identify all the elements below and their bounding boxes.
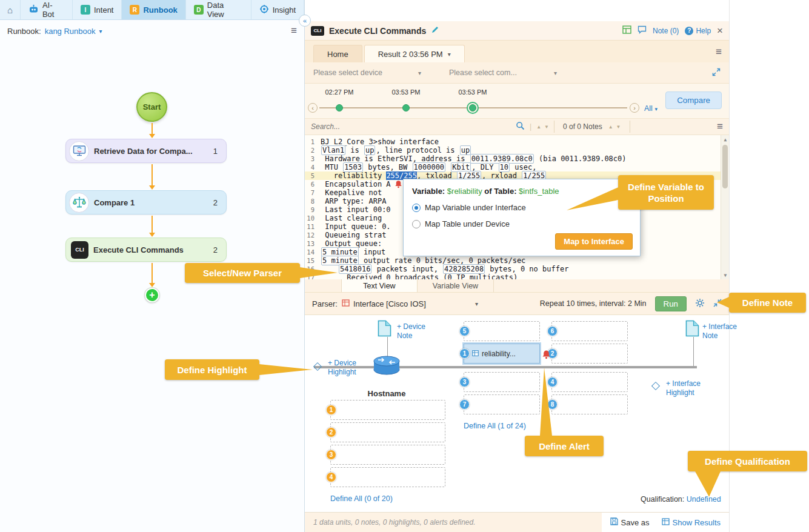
note-button[interactable]: Note (0) [653,27,679,35]
tab-bar-menu-icon[interactable]: ≡ [716,46,722,58]
define-all-device-link[interactable]: Define All (0 of 20) [330,494,393,503]
home-button[interactable]: ⌂ [0,0,21,19]
compare-button[interactable]: Compare [665,91,722,109]
show-results-button[interactable]: Show Results [662,518,721,527]
expand-icon[interactable] [712,68,721,78]
chevron-down-icon: ▾ [418,70,421,76]
device-select[interactable]: Please select device ▾ [313,68,421,77]
define-all-interface-link[interactable]: Define All (1 of 24) [464,422,526,430]
runbook-name-dropdown[interactable]: kang Runbook [45,27,96,36]
edit-icon[interactable] [431,25,439,36]
code-token[interactable]: Vlan1 [321,145,345,155]
timeline-result-dot[interactable] [402,104,410,111]
run-button[interactable]: Run [655,296,687,311]
notes-prev-icon[interactable]: ▲ [608,124,613,130]
notes-next-icon[interactable]: ▼ [616,124,621,130]
add-node-button[interactable]: + [145,288,159,302]
code-token[interactable]: up [460,145,471,155]
close-icon[interactable]: × [717,25,723,36]
qualification-value-link[interactable]: Undefined [687,495,721,504]
node-retrieve-data[interactable]: Retrieve Data for Compa... 1 [65,139,227,163]
line-text: Input queue: 0. [321,222,391,231]
timeline-prev-icon[interactable]: ‹ [308,103,318,113]
alert-slot-7[interactable]: 7 [464,394,540,414]
start-node[interactable]: Start [136,92,167,122]
highlight-slot-3[interactable]: 3 [464,372,540,392]
tab-runbook[interactable]: R Runbook [122,0,185,19]
search-menu-icon[interactable]: ≡ [717,121,723,133]
tab-ai-bot[interactable]: AI-Bot [21,0,73,19]
device-slot-1[interactable]: 1 [330,400,445,420]
note-slot-6[interactable]: 6 [551,321,628,341]
collapse-panel-icon[interactable]: « [299,15,311,27]
add-device-note[interactable]: + Device Note [397,322,434,341]
search-next-icon[interactable]: ▼ [544,124,549,130]
radio-selected-icon[interactable] [412,204,421,212]
search-prev-icon[interactable]: ▲ [536,124,541,130]
router-icon[interactable] [373,355,401,377]
device-slot-2[interactable]: 2 [330,422,445,442]
timeline-all-filter[interactable]: All ▾ [644,104,658,113]
tab-text-view[interactable]: Text View [341,279,418,292]
feedback-icon[interactable] [638,25,647,36]
line-text: Encapsulation A [321,180,391,188]
chevron-down-icon[interactable]: ▾ [99,28,102,35]
note-slot-5[interactable]: 5 [464,321,540,341]
tab-home[interactable]: Home [313,45,362,62]
variable-value: $reliability [447,187,482,196]
variable-slot-2[interactable]: 2 [551,344,628,364]
gear-icon[interactable] [695,298,705,310]
search-input[interactable] [311,122,511,131]
tab-result[interactable]: Result 2 03:56 PM ▾ [364,45,465,62]
map-to-interface-button[interactable]: Map to Interface [555,233,633,250]
scrollbar-thumb[interactable] [722,145,728,188]
option-map-variable-under-interface[interactable]: Map Variable under Interface [412,203,631,212]
save-as-button[interactable]: Save as [610,517,650,527]
parser-mapping-diagram: + Device Note + Interface Note + Device … [305,315,729,512]
scrollbar[interactable]: ▲ ▼ [721,135,729,279]
tab-insight[interactable]: Insight [251,0,304,19]
code-line: 4 MTU 1503 bytes, BW 1000000 Kbit, DLY 1… [305,163,729,171]
code-token[interactable]: 428285208 [443,264,485,274]
runbook-menu-icon[interactable]: ≡ [291,25,297,37]
code-token[interactable]: up [364,145,375,155]
device-highlight-icon[interactable] [313,362,322,371]
timeline-result-dot[interactable] [336,104,343,111]
scroll-up-icon[interactable]: ▲ [721,135,729,144]
tab-data-view[interactable]: D Data View [186,0,251,19]
device-slot-4[interactable]: 4 [330,467,445,487]
scroll-down-icon[interactable]: ▼ [721,271,729,279]
variable-chip-reliability[interactable]: 1 reliability... [464,344,540,364]
interface-note-icon[interactable] [685,320,699,339]
search-icon[interactable] [516,121,525,132]
highlight-slot-4[interactable]: 4 [551,372,628,392]
node-execute-cli[interactable]: CLI Execute CLI Commands 2 [65,238,227,262]
node-compare[interactable]: Compare 1 2 [65,190,227,214]
device-note-icon[interactable] [378,320,391,339]
parser-select[interactable]: Interface [Cisco IOS] ▾ [342,299,478,308]
line-number: 14 [305,248,321,256]
code-token[interactable]: 1000000 [413,162,446,172]
help-button[interactable]: ?Help [685,27,711,35]
code-token[interactable]: 10 [499,162,510,172]
tab-intent[interactable]: I Intent [73,0,122,19]
code-token[interactable]: 5418016 [339,264,372,274]
interface-highlight-icon[interactable] [651,382,660,390]
timeline-result-dot-current[interactable] [469,104,476,111]
add-interface-note[interactable]: + Interface Note [702,322,742,341]
code-line: 2Vlan1 is up, line protocol is up [305,146,729,155]
tab-variable-view[interactable]: Variable View [418,279,494,292]
add-device-highlight[interactable]: + Device Highlight [328,359,365,377]
alert-slot-8[interactable]: 8 [551,394,628,414]
timeline-next-icon[interactable]: › [630,103,639,113]
device-slot-3[interactable]: 3 [330,445,445,465]
radio-icon[interactable] [412,220,421,228]
repeat-settings-label: Repeat 10 times, interval: 2 Min [540,299,647,308]
option-map-table-under-device[interactable]: Map Table under Device [412,219,631,228]
command-select[interactable]: Please select com... ▾ [449,68,557,77]
alert-icon[interactable] [542,350,551,361]
add-interface-highlight[interactable]: + Interface Highlight [666,379,708,397]
flow-arrow [151,263,153,283]
export-table-icon[interactable] [622,25,631,36]
code-token[interactable]: 1503 [343,162,363,172]
